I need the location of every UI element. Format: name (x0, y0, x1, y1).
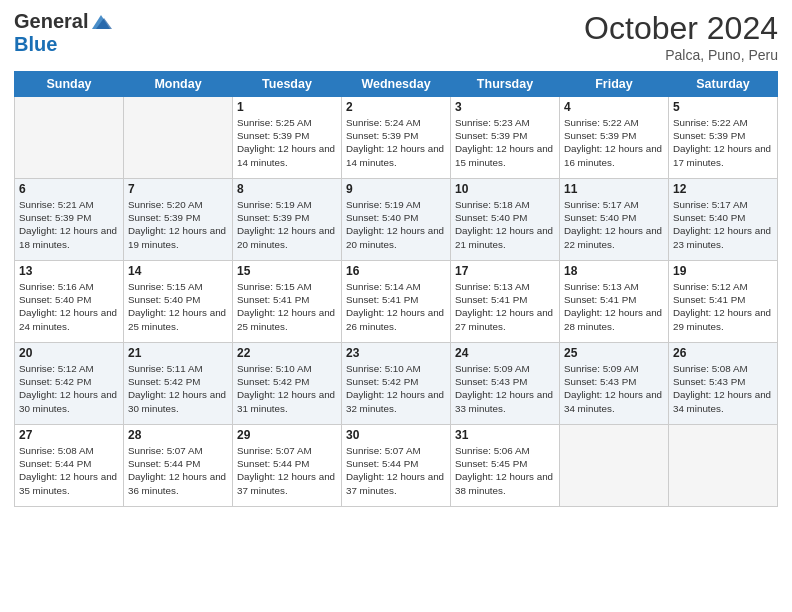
calendar-day-cell: 3Sunrise: 5:23 AMSunset: 5:39 PMDaylight… (451, 97, 560, 179)
calendar-day-cell: 13Sunrise: 5:16 AMSunset: 5:40 PMDayligh… (15, 261, 124, 343)
logo-general-text: General (14, 10, 88, 33)
calendar-day-cell: 11Sunrise: 5:17 AMSunset: 5:40 PMDayligh… (560, 179, 669, 261)
day-number: 20 (19, 346, 119, 360)
header: General Blue October 2024 Palca, Puno, P… (14, 10, 778, 63)
day-number: 30 (346, 428, 446, 442)
day-sun-info: Sunrise: 5:06 AMSunset: 5:45 PMDaylight:… (455, 444, 555, 497)
day-sun-info: Sunrise: 5:11 AMSunset: 5:42 PMDaylight:… (128, 362, 228, 415)
calendar-day-cell: 22Sunrise: 5:10 AMSunset: 5:42 PMDayligh… (233, 343, 342, 425)
day-number: 12 (673, 182, 773, 196)
day-of-week-header: Thursday (451, 72, 560, 97)
day-of-week-header: Friday (560, 72, 669, 97)
calendar-empty-cell (124, 97, 233, 179)
calendar-day-cell: 20Sunrise: 5:12 AMSunset: 5:42 PMDayligh… (15, 343, 124, 425)
calendar-day-cell: 27Sunrise: 5:08 AMSunset: 5:44 PMDayligh… (15, 425, 124, 507)
day-number: 16 (346, 264, 446, 278)
calendar-week-row: 13Sunrise: 5:16 AMSunset: 5:40 PMDayligh… (15, 261, 778, 343)
calendar-day-cell: 17Sunrise: 5:13 AMSunset: 5:41 PMDayligh… (451, 261, 560, 343)
day-number: 3 (455, 100, 555, 114)
day-number: 2 (346, 100, 446, 114)
calendar-day-cell: 10Sunrise: 5:18 AMSunset: 5:40 PMDayligh… (451, 179, 560, 261)
day-sun-info: Sunrise: 5:19 AMSunset: 5:40 PMDaylight:… (346, 198, 446, 251)
calendar-day-cell: 19Sunrise: 5:12 AMSunset: 5:41 PMDayligh… (669, 261, 778, 343)
day-sun-info: Sunrise: 5:07 AMSunset: 5:44 PMDaylight:… (128, 444, 228, 497)
day-number: 18 (564, 264, 664, 278)
calendar-day-cell: 26Sunrise: 5:08 AMSunset: 5:43 PMDayligh… (669, 343, 778, 425)
day-number: 10 (455, 182, 555, 196)
calendar-week-row: 20Sunrise: 5:12 AMSunset: 5:42 PMDayligh… (15, 343, 778, 425)
day-sun-info: Sunrise: 5:09 AMSunset: 5:43 PMDaylight:… (455, 362, 555, 415)
day-number: 27 (19, 428, 119, 442)
calendar-empty-cell (560, 425, 669, 507)
day-sun-info: Sunrise: 5:24 AMSunset: 5:39 PMDaylight:… (346, 116, 446, 169)
calendar-day-cell: 4Sunrise: 5:22 AMSunset: 5:39 PMDaylight… (560, 97, 669, 179)
day-number: 6 (19, 182, 119, 196)
calendar-day-cell: 6Sunrise: 5:21 AMSunset: 5:39 PMDaylight… (15, 179, 124, 261)
calendar-week-row: 27Sunrise: 5:08 AMSunset: 5:44 PMDayligh… (15, 425, 778, 507)
day-of-week-header: Sunday (15, 72, 124, 97)
month-title: October 2024 (584, 10, 778, 47)
day-sun-info: Sunrise: 5:18 AMSunset: 5:40 PMDaylight:… (455, 198, 555, 251)
day-number: 8 (237, 182, 337, 196)
day-sun-info: Sunrise: 5:13 AMSunset: 5:41 PMDaylight:… (455, 280, 555, 333)
calendar-day-cell: 8Sunrise: 5:19 AMSunset: 5:39 PMDaylight… (233, 179, 342, 261)
day-sun-info: Sunrise: 5:23 AMSunset: 5:39 PMDaylight:… (455, 116, 555, 169)
day-sun-info: Sunrise: 5:13 AMSunset: 5:41 PMDaylight:… (564, 280, 664, 333)
calendar-day-cell: 9Sunrise: 5:19 AMSunset: 5:40 PMDaylight… (342, 179, 451, 261)
day-sun-info: Sunrise: 5:22 AMSunset: 5:39 PMDaylight:… (564, 116, 664, 169)
logo-blue-text: Blue (14, 33, 57, 56)
day-sun-info: Sunrise: 5:10 AMSunset: 5:42 PMDaylight:… (346, 362, 446, 415)
calendar-day-cell: 25Sunrise: 5:09 AMSunset: 5:43 PMDayligh… (560, 343, 669, 425)
calendar-table: SundayMondayTuesdayWednesdayThursdayFrid… (14, 71, 778, 507)
day-number: 17 (455, 264, 555, 278)
day-number: 25 (564, 346, 664, 360)
logo-icon (90, 11, 112, 33)
calendar-day-cell: 21Sunrise: 5:11 AMSunset: 5:42 PMDayligh… (124, 343, 233, 425)
calendar-day-cell: 14Sunrise: 5:15 AMSunset: 5:40 PMDayligh… (124, 261, 233, 343)
day-number: 23 (346, 346, 446, 360)
calendar-day-cell: 23Sunrise: 5:10 AMSunset: 5:42 PMDayligh… (342, 343, 451, 425)
page: General Blue October 2024 Palca, Puno, P… (0, 0, 792, 612)
calendar-day-cell: 15Sunrise: 5:15 AMSunset: 5:41 PMDayligh… (233, 261, 342, 343)
day-sun-info: Sunrise: 5:16 AMSunset: 5:40 PMDaylight:… (19, 280, 119, 333)
day-number: 15 (237, 264, 337, 278)
day-sun-info: Sunrise: 5:17 AMSunset: 5:40 PMDaylight:… (673, 198, 773, 251)
day-number: 31 (455, 428, 555, 442)
day-sun-info: Sunrise: 5:08 AMSunset: 5:44 PMDaylight:… (19, 444, 119, 497)
calendar-day-cell: 5Sunrise: 5:22 AMSunset: 5:39 PMDaylight… (669, 97, 778, 179)
calendar-day-cell: 29Sunrise: 5:07 AMSunset: 5:44 PMDayligh… (233, 425, 342, 507)
day-number: 11 (564, 182, 664, 196)
calendar-header-row: SundayMondayTuesdayWednesdayThursdayFrid… (15, 72, 778, 97)
day-number: 14 (128, 264, 228, 278)
calendar-day-cell: 2Sunrise: 5:24 AMSunset: 5:39 PMDaylight… (342, 97, 451, 179)
day-number: 24 (455, 346, 555, 360)
day-of-week-header: Monday (124, 72, 233, 97)
day-sun-info: Sunrise: 5:10 AMSunset: 5:42 PMDaylight:… (237, 362, 337, 415)
calendar-day-cell: 31Sunrise: 5:06 AMSunset: 5:45 PMDayligh… (451, 425, 560, 507)
logo: General Blue (14, 10, 112, 56)
calendar-day-cell: 7Sunrise: 5:20 AMSunset: 5:39 PMDaylight… (124, 179, 233, 261)
day-number: 7 (128, 182, 228, 196)
calendar-week-row: 1Sunrise: 5:25 AMSunset: 5:39 PMDaylight… (15, 97, 778, 179)
calendar-day-cell: 28Sunrise: 5:07 AMSunset: 5:44 PMDayligh… (124, 425, 233, 507)
day-number: 19 (673, 264, 773, 278)
day-of-week-header: Wednesday (342, 72, 451, 97)
day-number: 1 (237, 100, 337, 114)
day-number: 4 (564, 100, 664, 114)
day-sun-info: Sunrise: 5:15 AMSunset: 5:40 PMDaylight:… (128, 280, 228, 333)
day-number: 22 (237, 346, 337, 360)
day-number: 26 (673, 346, 773, 360)
day-of-week-header: Saturday (669, 72, 778, 97)
day-sun-info: Sunrise: 5:07 AMSunset: 5:44 PMDaylight:… (237, 444, 337, 497)
calendar-day-cell: 1Sunrise: 5:25 AMSunset: 5:39 PMDaylight… (233, 97, 342, 179)
calendar-day-cell: 24Sunrise: 5:09 AMSunset: 5:43 PMDayligh… (451, 343, 560, 425)
day-sun-info: Sunrise: 5:07 AMSunset: 5:44 PMDaylight:… (346, 444, 446, 497)
day-sun-info: Sunrise: 5:15 AMSunset: 5:41 PMDaylight:… (237, 280, 337, 333)
day-sun-info: Sunrise: 5:19 AMSunset: 5:39 PMDaylight:… (237, 198, 337, 251)
day-sun-info: Sunrise: 5:09 AMSunset: 5:43 PMDaylight:… (564, 362, 664, 415)
day-sun-info: Sunrise: 5:20 AMSunset: 5:39 PMDaylight:… (128, 198, 228, 251)
day-of-week-header: Tuesday (233, 72, 342, 97)
location: Palca, Puno, Peru (584, 47, 778, 63)
day-number: 9 (346, 182, 446, 196)
day-number: 28 (128, 428, 228, 442)
